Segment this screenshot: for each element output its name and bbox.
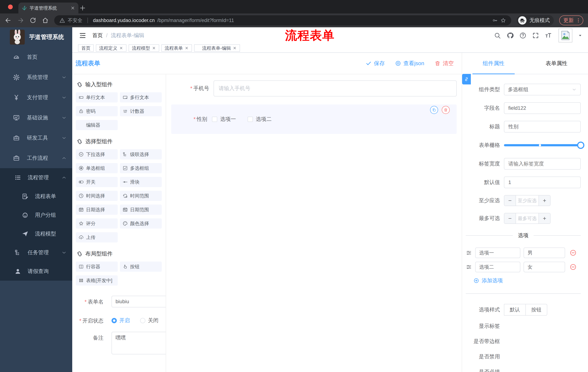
sidebar-item[interactable]: 工作流程 [0, 148, 72, 168]
sidebar-subitem[interactable]: 请假查询 [0, 262, 72, 281]
close-window-button[interactable] [8, 5, 13, 9]
option-name-input[interactable] [475, 262, 520, 272]
option-value-input[interactable] [524, 247, 565, 258]
palette-component-chip[interactable]: 上传 [76, 232, 118, 242]
github-icon[interactable] [506, 32, 514, 39]
remove-option-button[interactable] [569, 263, 577, 271]
stepper-plus-button[interactable]: + [538, 213, 550, 223]
sidebar-item[interactable]: 研发工具 [0, 128, 72, 148]
tab-close-icon[interactable] [70, 6, 75, 10]
form-canvas[interactable]: *手机号 请输入手机号 *性别 选项一 [166, 74, 462, 372]
tag-close-icon[interactable] [233, 46, 237, 50]
sidebar-subitem[interactable]: 用户分组 [0, 206, 72, 224]
font-size-icon[interactable] [545, 32, 552, 39]
palette-component-chip[interactable]: 级联选择 [120, 149, 162, 159]
collapse-sidebar-button[interactable] [79, 32, 86, 39]
status-radio-off[interactable]: 关闭 [140, 317, 158, 324]
view-json-button[interactable]: 查看json [395, 60, 424, 67]
reload-button[interactable] [30, 17, 36, 24]
status-radio-on[interactable]: 开启 [112, 317, 130, 324]
duplicate-field-button[interactable] [430, 106, 438, 114]
form-name-input[interactable] [112, 296, 166, 307]
palette-component-chip[interactable]: 评分 [76, 218, 118, 229]
stepper-plus-button[interactable]: + [538, 195, 550, 206]
sidebar-item[interactable]: 系统管理 [0, 67, 72, 87]
palette-component-chip[interactable]: 多选框组 [120, 163, 162, 173]
checkbox-icon[interactable] [212, 117, 217, 122]
clear-button[interactable]: 清空 [434, 60, 454, 67]
tag-close-icon[interactable] [152, 46, 156, 50]
view-tag[interactable]: 流程表单 [161, 44, 192, 52]
new-tab-button[interactable] [79, 5, 86, 11]
view-tag[interactable]: 流程模型 [129, 44, 159, 52]
checkbox-icon[interactable] [248, 117, 253, 122]
default-value-input[interactable] [504, 177, 581, 188]
back-button[interactable] [5, 17, 12, 24]
user-avatar[interactable] [558, 29, 572, 43]
link-button[interactable] [462, 74, 471, 85]
palette-component-chip[interactable]: 时间选择 [76, 191, 118, 201]
label-width-input[interactable] [504, 158, 581, 170]
browser-menu-icon[interactable] [576, 18, 581, 23]
address-bar[interactable]: 不安全 dashboard.yudao.iocoder.cn/bpm/manag… [54, 15, 511, 25]
view-tag[interactable]: 流程定义 [96, 44, 126, 52]
palette-component-chip[interactable]: 表格[开发中] [76, 275, 118, 286]
number-stepper[interactable]: − 最多可选 + [504, 213, 551, 224]
palette-component-chip[interactable]: 123 计数器 [120, 106, 162, 116]
number-stepper[interactable]: − 至少应选 + [504, 195, 551, 206]
fullscreen-icon[interactable] [532, 32, 539, 39]
forward-button[interactable] [17, 17, 24, 24]
palette-component-chip[interactable]: 滑块 [120, 177, 162, 187]
palette-component-chip[interactable]: 行容器 [76, 262, 118, 272]
palette-component-chip[interactable]: 时间范围 [120, 191, 162, 201]
tab-component-props[interactable]: 组件属性 [462, 53, 525, 74]
remove-option-button[interactable] [569, 249, 577, 256]
drag-handle-icon[interactable] [466, 250, 472, 256]
palette-component-chip[interactable]: 按钮 [120, 262, 162, 272]
save-button[interactable]: 保存 [366, 60, 385, 67]
option-name-input[interactable] [475, 247, 520, 258]
delete-field-button[interactable] [442, 106, 450, 114]
field-name-input[interactable] [504, 102, 581, 114]
browser-tab[interactable]: 芋道管理系统 [18, 2, 78, 13]
option-style-button[interactable]: 按钮 [526, 304, 547, 316]
password-manager-icon[interactable] [492, 18, 498, 23]
add-option-button[interactable]: 添加选项 [473, 277, 581, 284]
sidebar-item[interactable]: 首页 [0, 47, 72, 67]
canvas-field-gender-selected[interactable]: *性别 选项一 选项二 [171, 105, 457, 134]
form-remark-textarea[interactable]: 嘿嘿 [112, 332, 166, 354]
grid-slider[interactable] [504, 139, 581, 151]
drag-handle-icon[interactable] [466, 264, 472, 270]
title-input[interactable] [504, 121, 581, 132]
canvas-field-phone[interactable]: *手机号 请输入手机号 [167, 80, 457, 96]
palette-component-chip[interactable]: 多行文本 [120, 92, 162, 102]
component-type-select[interactable]: 多选框组 [504, 84, 581, 95]
tag-close-icon[interactable] [119, 46, 123, 50]
view-tag[interactable]: 流程表单-编辑 [194, 44, 240, 52]
palette-component-chip[interactable]: 单行文本 [76, 92, 118, 102]
sidebar-item[interactable]: 支付管理 [0, 87, 72, 107]
palette-component-chip[interactable]: 编辑器 [76, 120, 118, 130]
update-browser-button[interactable]: 更新 [559, 15, 583, 25]
security-label[interactable]: 不安全 [68, 17, 83, 24]
home-button[interactable] [42, 17, 49, 24]
tag-close-icon[interactable] [185, 46, 189, 50]
gender-checkbox-option[interactable]: 选项一 [212, 116, 236, 123]
bookmark-icon[interactable] [500, 18, 506, 23]
option-style-button[interactable]: 默认 [504, 304, 526, 316]
sidebar-item[interactable]: 基础设施 [0, 107, 72, 128]
help-icon[interactable] [519, 32, 526, 39]
tab-form-props[interactable]: 表单属性 [525, 53, 588, 74]
gender-checkbox-option[interactable]: 选项二 [248, 116, 272, 123]
sidebar-subitem[interactable]: 任务管理 [0, 243, 72, 262]
stepper-minus-button[interactable]: − [504, 213, 516, 223]
avatar-caret-icon[interactable] [578, 33, 583, 38]
palette-component-chip[interactable]: 单选框组 [76, 163, 118, 173]
sidebar-subitem[interactable]: 流程表单 [0, 187, 72, 206]
breadcrumb-home[interactable]: 首页 [92, 32, 103, 39]
palette-component-chip[interactable]: 密码 [76, 106, 118, 116]
slider-handle[interactable] [577, 142, 584, 149]
palette-component-chip[interactable]: 下拉选择 [76, 149, 118, 159]
sidebar-subitem[interactable]: 流程模型 [0, 224, 72, 243]
view-tag[interactable]: 首页 [78, 44, 94, 52]
